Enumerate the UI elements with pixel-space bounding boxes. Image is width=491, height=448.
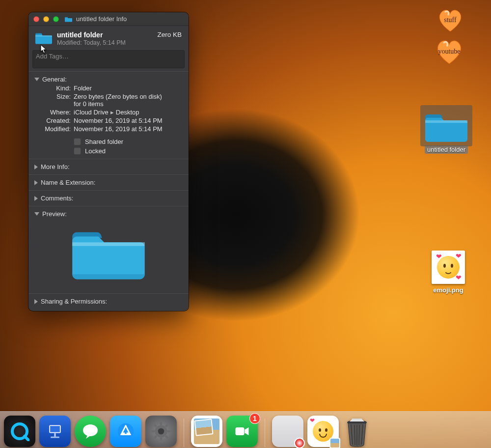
- close-button[interactable]: [33, 16, 39, 22]
- heart-icon: stuff: [436, 8, 464, 32]
- tags-input[interactable]: Add Tags…: [32, 50, 185, 68]
- svg-rect-27: [352, 419, 362, 420]
- item-modified: Modified: Today, 5:14 PM: [57, 39, 152, 46]
- shared-folder-checkbox[interactable]: [74, 138, 81, 145]
- svg-line-16: [154, 424, 156, 426]
- titlebar[interactable]: untitled folder Info: [28, 12, 189, 26]
- window-title: untitled folder Info: [76, 15, 127, 23]
- image-file-icon: ❤ ❤ ❤: [432, 251, 465, 284]
- dock-minimized-window-1[interactable]: [272, 416, 303, 447]
- dock: 1 ❤ ❤: [0, 407, 491, 448]
- locked-label: Locked: [85, 147, 106, 155]
- svg-line-19: [154, 436, 156, 438]
- minimize-button[interactable]: [43, 16, 49, 22]
- item-name: untitled folder: [57, 31, 152, 39]
- dock-app-facetime[interactable]: 1: [226, 416, 258, 447]
- desktop-folder-label: untitled folder: [425, 145, 468, 154]
- svg-line-23: [355, 425, 355, 445]
- mouse-cursor-icon: [40, 44, 47, 54]
- dock-app-messages[interactable]: [75, 416, 106, 447]
- preview-thumbnail: [34, 219, 183, 290]
- desktop-file-label: emoji.png: [431, 286, 465, 294]
- section-comments-header[interactable]: Comments:: [34, 194, 183, 203]
- preview-badge-icon: [329, 438, 340, 448]
- value-size: Zero bytes (Zero bytes on disk)for 0 ite…: [74, 93, 183, 108]
- disclosure-triangle-right-icon: [34, 180, 38, 185]
- value-kind: Folder: [74, 84, 183, 92]
- heart-label: stuff: [444, 16, 456, 24]
- folder-icon: [72, 224, 145, 281]
- section-name-extension-header[interactable]: Name & Extension:: [34, 178, 183, 187]
- svg-line-25: [359, 425, 359, 445]
- svg-rect-0: [425, 120, 467, 123]
- value-created: November 16, 2019 at 5:14 PM: [74, 117, 183, 124]
- section-preview-header[interactable]: Preview:: [34, 209, 183, 219]
- disclosure-triangle-down-icon: [34, 212, 39, 216]
- disclosure-triangle-down-icon: [34, 78, 39, 81]
- item-size: Zero KB: [157, 31, 182, 38]
- section-general-header[interactable]: General:: [34, 75, 183, 84]
- heart-icon: youtube: [434, 38, 464, 65]
- dock-app-appstore[interactable]: [110, 416, 141, 447]
- svg-rect-1: [35, 35, 52, 36]
- svg-line-17: [165, 436, 167, 438]
- svg-rect-5: [50, 426, 60, 432]
- dock-app-system-preferences[interactable]: [145, 416, 177, 447]
- desktop-icon-stuff[interactable]: stuff: [436, 8, 464, 32]
- disclosure-triangle-right-icon: [34, 165, 38, 169]
- svg-rect-7: [51, 437, 59, 438]
- svg-line-18: [165, 424, 167, 426]
- desktop-file-emoji[interactable]: ❤ ❤ ❤ emoji.png: [429, 251, 468, 294]
- dock-separator: [265, 419, 265, 447]
- notification-badge: 1: [249, 413, 260, 424]
- dock-trash[interactable]: [343, 418, 371, 447]
- svg-point-11: [158, 428, 164, 435]
- section-more-info-header[interactable]: More Info:: [34, 162, 183, 171]
- section-sharing-permissions-header[interactable]: Sharing & Permissions:: [34, 297, 183, 306]
- get-info-window: untitled folder Info untitled folder Mod…: [28, 12, 189, 311]
- zoom-button[interactable]: [53, 16, 59, 22]
- disclosure-triangle-right-icon: [34, 196, 38, 201]
- dock-minimized-window-2[interactable]: ❤ ❤: [307, 416, 339, 447]
- heart-label: youtube: [438, 48, 460, 56]
- locked-checkbox[interactable]: [74, 147, 81, 155]
- dock-separator: [184, 419, 184, 447]
- folder-icon: [65, 16, 72, 22]
- folder-icon: [425, 109, 467, 143]
- svg-rect-6: [54, 433, 56, 437]
- value-modified: November 16, 2019 at 5:14 PM: [74, 125, 183, 133]
- svg-rect-2: [72, 242, 145, 246]
- dock-stack-photos[interactable]: [191, 416, 222, 447]
- desktop-folder-untitled[interactable]: untitled folder: [419, 109, 473, 154]
- disclosure-triangle-right-icon: [34, 299, 38, 304]
- desktop-icon-youtube[interactable]: youtube: [434, 38, 464, 65]
- dock-app-quicktime[interactable]: [4, 416, 35, 447]
- svg-point-8: [83, 424, 98, 436]
- dock-app-keynote[interactable]: [39, 416, 71, 447]
- shared-folder-label: Shared folder: [85, 138, 123, 145]
- folder-icon: [35, 31, 52, 45]
- svg-rect-20: [236, 427, 245, 435]
- value-where: iCloud Drive▸Desktop: [74, 109, 183, 116]
- chrome-badge-icon: [294, 438, 305, 448]
